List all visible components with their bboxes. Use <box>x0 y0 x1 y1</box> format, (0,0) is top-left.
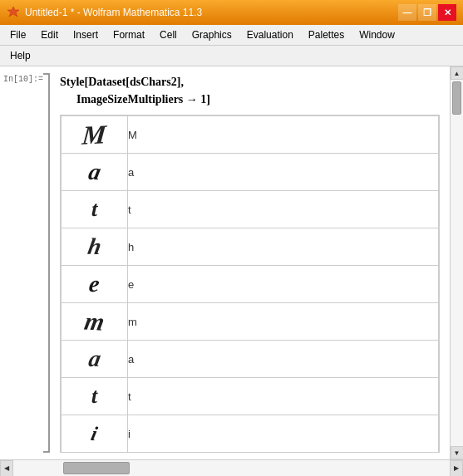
close-button[interactable]: ✕ <box>438 4 456 21</box>
app-icon <box>7 6 20 19</box>
h-scroll-track[interactable] <box>13 460 450 476</box>
char-glyph: m <box>82 307 107 336</box>
table-image-cell: m <box>62 303 128 341</box>
input-label: In[10]:= <box>3 75 43 84</box>
menu-evaluation[interactable]: Evaluation <box>240 27 300 43</box>
char-glyph: h <box>86 233 103 260</box>
horizontal-scrollbar[interactable]: ◀ ▶ <box>0 459 463 476</box>
table-image-cell: e <box>62 266 128 303</box>
char-glyph: e <box>88 271 101 297</box>
scroll-right-button[interactable]: ▶ <box>450 460 463 477</box>
scroll-down-button[interactable]: ▼ <box>451 446 464 459</box>
table-image-cell: M <box>62 116 128 154</box>
table-row: hh <box>62 228 439 266</box>
scroll-left-button[interactable]: ◀ <box>0 460 13 477</box>
code-line-1: Style[Dataset[dsChars2], <box>60 73 440 91</box>
menu-palettes[interactable]: Palettes <box>302 27 351 43</box>
table-image-cell: t <box>62 378 128 415</box>
menu-edit[interactable]: Edit <box>34 27 65 43</box>
table-image-cell: a <box>62 341 128 378</box>
dataset-table-container[interactable]: MMaatthheemmaattii <box>60 115 440 453</box>
window-controls: — ❐ ✕ <box>398 4 456 21</box>
vertical-scrollbar[interactable]: ▲ ▼ <box>450 66 463 459</box>
minimize-button[interactable]: — <box>398 4 416 21</box>
table-row: mm <box>62 303 439 341</box>
scroll-track[interactable] <box>451 80 463 446</box>
char-glyph: t <box>91 197 97 222</box>
table-image-cell: h <box>62 228 128 266</box>
menu-graphics[interactable]: Graphics <box>185 27 239 43</box>
content-area: Style[Dataset[dsChars2], ImageSizeMultip… <box>50 66 450 459</box>
table-text-cell: t <box>128 378 439 415</box>
table-row: MM <box>62 116 439 154</box>
bracket-bottom <box>43 451 50 453</box>
table-text-cell: M <box>128 116 439 154</box>
menu-insert[interactable]: Insert <box>66 27 105 43</box>
table-image-cell: a <box>62 154 128 191</box>
table-row: aa <box>62 341 439 378</box>
menu-help[interactable]: Help <box>3 47 37 64</box>
table-image-cell: t <box>62 191 128 228</box>
dataset-table: MMaatthheemmaattii <box>61 115 439 453</box>
menu-window[interactable]: Window <box>352 27 401 43</box>
title-bar: Untitled-1 * - Wolfram Mathematica 11.3 … <box>0 0 463 25</box>
char-glyph: t <box>91 384 98 410</box>
table-row: tt <box>62 191 439 228</box>
menu-file[interactable]: File <box>3 27 32 43</box>
table-text-cell: i <box>128 415 439 453</box>
scroll-up-button[interactable]: ▲ <box>451 66 464 80</box>
menu-bar: File Edit Insert Format Cell Graphics Ev… <box>0 25 463 46</box>
cell-bracket-area: In[10]:= <box>0 66 50 459</box>
table-text-cell: a <box>128 154 439 191</box>
svg-marker-0 <box>7 7 19 17</box>
table-text-cell: a <box>128 341 439 378</box>
table-text-cell: e <box>128 266 439 303</box>
char-glyph: M <box>81 119 108 150</box>
menu-bar-2: Help <box>0 46 463 66</box>
char-glyph: a <box>86 346 103 372</box>
table-row: aa <box>62 154 439 191</box>
restore-button[interactable]: ❐ <box>418 4 436 21</box>
window-title: Untitled-1 * - Wolfram Mathematica 11.3 <box>25 7 398 18</box>
table-image-cell: i <box>62 415 128 453</box>
table-row: ii <box>62 415 439 453</box>
menu-format[interactable]: Format <box>106 27 151 43</box>
menu-cell[interactable]: Cell <box>153 27 184 43</box>
table-row: tt <box>62 378 439 415</box>
scroll-thumb[interactable] <box>452 81 461 115</box>
code-cell: Style[Dataset[dsChars2], ImageSizeMultip… <box>50 66 450 115</box>
char-glyph: a <box>86 159 103 185</box>
char-glyph: i <box>89 422 100 444</box>
h-scroll-thumb[interactable] <box>63 462 130 474</box>
table-text-cell: h <box>128 228 439 266</box>
bracket-line <box>48 73 50 453</box>
table-text-cell: m <box>128 303 439 341</box>
table-text-cell: t <box>128 191 439 228</box>
table-row: ee <box>62 266 439 303</box>
code-line-2: ImageSizeMultipliers → 1] <box>60 91 440 108</box>
